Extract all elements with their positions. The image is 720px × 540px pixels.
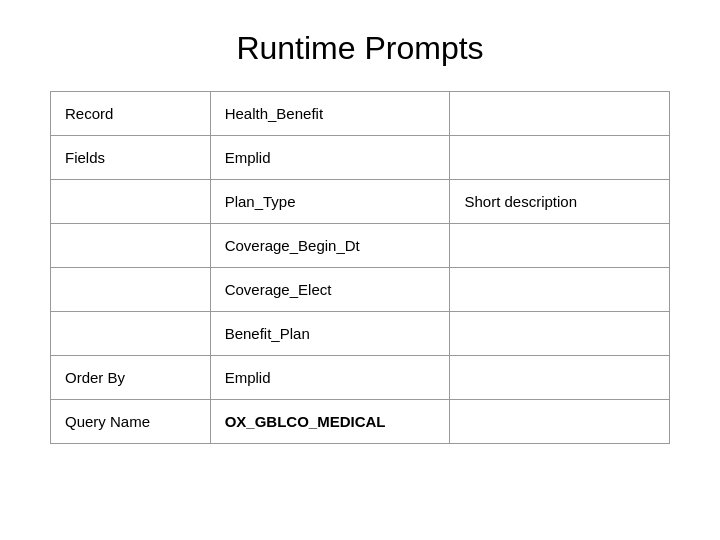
cell-row2-col3: Short description bbox=[450, 180, 670, 224]
cell-row5-col2: Benefit_Plan bbox=[210, 312, 450, 356]
cell-row1-col3 bbox=[450, 136, 670, 180]
cell-row0-col3 bbox=[450, 92, 670, 136]
cell-row2-col1 bbox=[51, 180, 211, 224]
cell-row1-col2: Emplid bbox=[210, 136, 450, 180]
cell-row7-col3 bbox=[450, 400, 670, 444]
table-row: RecordHealth_Benefit bbox=[51, 92, 670, 136]
table-row: Benefit_Plan bbox=[51, 312, 670, 356]
cell-row0-col1: Record bbox=[51, 92, 211, 136]
cell-row6-col2: Emplid bbox=[210, 356, 450, 400]
cell-row5-col3 bbox=[450, 312, 670, 356]
cell-row6-col3 bbox=[450, 356, 670, 400]
cell-row3-col2: Coverage_Begin_Dt bbox=[210, 224, 450, 268]
cell-row3-col3 bbox=[450, 224, 670, 268]
cell-row2-col2: Plan_Type bbox=[210, 180, 450, 224]
table-row: Query NameOX_GBLCO_MEDICAL bbox=[51, 400, 670, 444]
cell-row7-col2: OX_GBLCO_MEDICAL bbox=[210, 400, 450, 444]
table-row: FieldsEmplid bbox=[51, 136, 670, 180]
cell-row1-col1: Fields bbox=[51, 136, 211, 180]
cell-row6-col1: Order By bbox=[51, 356, 211, 400]
table-row: Coverage_Elect bbox=[51, 268, 670, 312]
page-title: Runtime Prompts bbox=[236, 30, 483, 67]
cell-row7-col1: Query Name bbox=[51, 400, 211, 444]
cell-row4-col2: Coverage_Elect bbox=[210, 268, 450, 312]
table-row: Plan_TypeShort description bbox=[51, 180, 670, 224]
cell-row4-col3 bbox=[450, 268, 670, 312]
table-row: Coverage_Begin_Dt bbox=[51, 224, 670, 268]
cell-row0-col2: Health_Benefit bbox=[210, 92, 450, 136]
runtime-prompts-table: RecordHealth_BenefitFieldsEmplidPlan_Typ… bbox=[50, 91, 670, 444]
cell-row4-col1 bbox=[51, 268, 211, 312]
table-row: Order ByEmplid bbox=[51, 356, 670, 400]
cell-row5-col1 bbox=[51, 312, 211, 356]
cell-row3-col1 bbox=[51, 224, 211, 268]
